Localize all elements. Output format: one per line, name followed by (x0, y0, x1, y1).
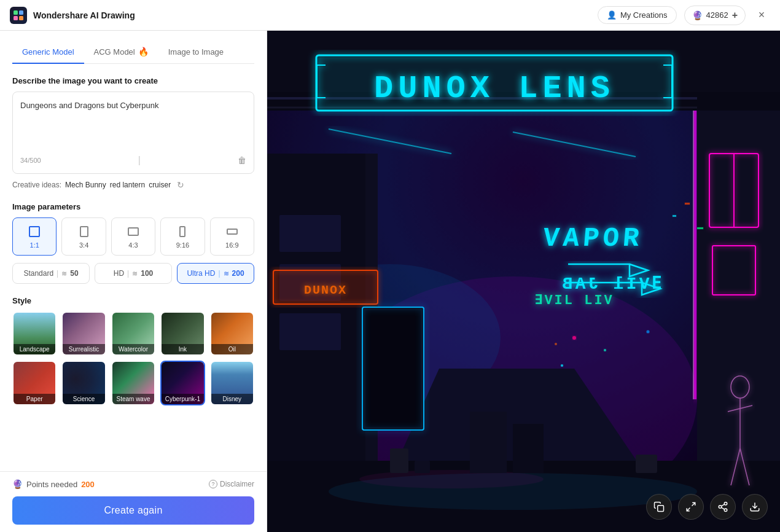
svg-text:∃VIL LIV: ∃VIL LIV (534, 293, 614, 308)
style-disney[interactable]: Disney (210, 361, 254, 405)
right-panel: DUNOX LENS DUNOX VAPOR (267, 31, 780, 532)
hd-points: 100 (141, 269, 153, 278)
quality-standard[interactable]: Standard | ≋ 50 (12, 263, 90, 284)
ultrahd-icon: ≋ (224, 270, 229, 278)
svg-rect-3 (19, 16, 23, 20)
ratio-16-9-icon (225, 224, 240, 239)
svg-rect-54 (697, 227, 703, 229)
ratio-9-16-icon (175, 224, 190, 239)
create-again-button[interactable]: Create again (12, 496, 254, 525)
ratio-16-9[interactable]: 16:9 (210, 217, 254, 256)
ratio-4-3-icon (126, 224, 141, 239)
points-needed: 🔮 Points needed 200 (12, 479, 95, 489)
disclaimer-button[interactable]: ? Disclaimer (209, 480, 254, 488)
style-ink[interactable]: Ink (160, 311, 205, 356)
ratio-4-3[interactable]: 4:3 (111, 217, 155, 256)
style-cyberpunk1-thumb: Cyberpunk-1 (162, 362, 203, 404)
divider: | (138, 155, 141, 166)
svg-rect-22 (316, 65, 326, 66)
style-paper[interactable]: Paper (12, 361, 57, 405)
copy-button[interactable] (646, 494, 672, 520)
prompt-textarea[interactable]: Dungeons and Dragons but Cyberpunk (20, 100, 246, 149)
ratio-9-16-label: 9:16 (176, 241, 189, 249)
idea-tag-1[interactable]: Mech Bunny (65, 181, 106, 189)
main-layout: Generic Model ACG Model 🔥 Image to Image… (0, 31, 780, 532)
disclaimer-circle-icon: ? (209, 480, 217, 488)
style-cyberpunk1[interactable]: Cyberpunk-1 (160, 361, 205, 405)
generated-image: DUNOX LENS DUNOX VAPOR (267, 31, 780, 532)
svg-point-68 (724, 503, 727, 506)
points-gem-icon: 🔮 (12, 479, 23, 489)
style-steamwave-label: Steam wave (112, 394, 154, 404)
style-landscape[interactable]: Landscape (12, 311, 57, 356)
titlebar-right: 👤 My Creations 🔮 42862 + × (598, 6, 770, 25)
ratio-3-4[interactable]: 3:4 (61, 217, 106, 256)
svg-rect-26 (671, 65, 673, 98)
close-button[interactable]: × (753, 7, 770, 24)
style-ink-label: Ink (162, 344, 203, 354)
style-oil-thumb: Oil (211, 313, 253, 354)
style-disney-label: Disney (211, 394, 253, 404)
hd-separator: | (127, 269, 129, 278)
svg-text:VAPOR: VAPOR (542, 223, 644, 254)
style-steamwave[interactable]: Steam wave (111, 361, 155, 405)
prompt-box: Dungeons and Dragons but Cyberpunk 34/50… (12, 92, 254, 174)
quality-hd[interactable]: HD | ≋ 100 (95, 263, 172, 284)
style-science-thumb: Science (63, 362, 104, 404)
points-row: 🔮 Points needed 200 ? Disclaimer (12, 479, 254, 489)
svg-rect-65 (658, 506, 664, 512)
refresh-ideas-button[interactable]: ↻ (177, 180, 184, 190)
style-cyberpunk1-label: Cyberpunk-1 (162, 394, 203, 404)
style-watercolor-thumb: Watercolor (112, 313, 154, 354)
points-value: 42862 (706, 10, 728, 20)
ratio-1-1[interactable]: 1:1 (12, 217, 57, 256)
svg-rect-52 (685, 203, 690, 205)
expand-button[interactable] (678, 494, 704, 520)
titlebar-left: Wondershare AI Drawing (10, 7, 135, 24)
svg-point-70 (724, 509, 727, 512)
svg-rect-25 (663, 65, 673, 66)
style-ink-thumb: Ink (162, 313, 203, 354)
svg-rect-14 (694, 92, 696, 399)
svg-rect-27 (663, 97, 673, 98)
svg-rect-1 (19, 10, 23, 15)
style-paper-label: Paper (14, 394, 55, 404)
style-science[interactable]: Science (61, 361, 106, 405)
my-creations-button[interactable]: 👤 My Creations (598, 6, 677, 24)
share-button[interactable] (710, 494, 736, 520)
char-count: 34/500 (20, 157, 41, 164)
svg-rect-43 (513, 424, 544, 473)
ratio-3-4-icon (77, 224, 92, 239)
ratio-9-16[interactable]: 9:16 (160, 217, 205, 256)
svg-rect-23 (316, 65, 318, 98)
ratio-16-9-label: 16:9 (225, 241, 238, 249)
standard-icon: ≋ (61, 270, 67, 278)
download-button[interactable] (742, 494, 768, 520)
add-points-button[interactable]: + (732, 10, 738, 21)
idea-tag-2[interactable]: red lantern (110, 181, 145, 189)
tab-image-to-image[interactable]: Image to Image (158, 41, 233, 64)
svg-rect-62 (390, 448, 408, 473)
svg-rect-42 (470, 412, 507, 473)
tab-generic-model[interactable]: Generic Model (12, 41, 84, 64)
style-oil[interactable]: Oil (210, 311, 254, 356)
style-surrealistic[interactable]: Surrealistic (61, 311, 106, 356)
bottom-panel: 🔮 Points needed 200 ? Disclaimer Create … (0, 471, 267, 532)
style-steamwave-thumb: Steam wave (112, 362, 154, 404)
style-surrealistic-label: Surrealistic (63, 344, 104, 354)
style-watercolor[interactable]: Watercolor (111, 311, 155, 356)
ratio-4-3-label: 4:3 (128, 241, 138, 249)
tab-acg-model[interactable]: ACG Model 🔥 (84, 41, 158, 64)
clear-prompt-button[interactable]: 🗑 (238, 155, 246, 165)
svg-point-60 (555, 343, 557, 345)
svg-rect-2 (14, 16, 18, 20)
points-needed-label: Points needed (26, 480, 77, 489)
standard-label: Standard (23, 269, 53, 278)
points-icon: 🔮 (692, 10, 703, 20)
standard-separator: | (57, 269, 58, 278)
style-surrealistic-thumb: Surrealistic (63, 313, 104, 354)
quality-ultrahd[interactable]: Ultra HD | ≋ 200 (177, 263, 254, 284)
svg-rect-0 (14, 10, 18, 15)
idea-tag-3[interactable]: cruiser (149, 181, 171, 189)
svg-line-66 (692, 503, 695, 506)
